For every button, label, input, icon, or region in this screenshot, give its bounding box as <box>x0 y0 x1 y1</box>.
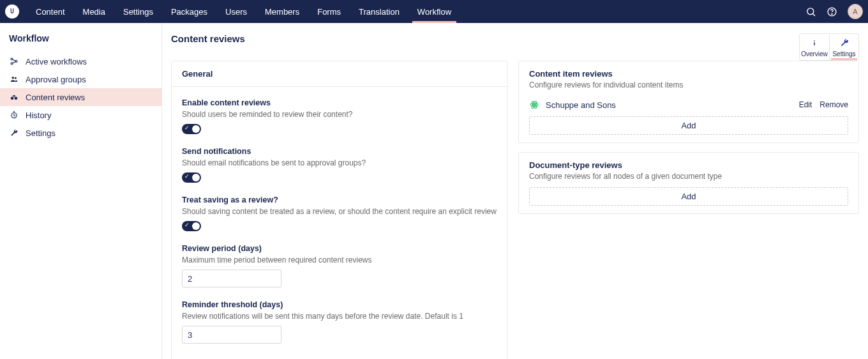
tab-label: Settings <box>832 50 855 57</box>
svg-point-11 <box>11 96 14 100</box>
enable-toggle[interactable] <box>182 124 201 134</box>
svg-line-1 <box>813 13 815 15</box>
general-heading: General <box>172 61 507 87</box>
add-doctype-button[interactable]: Add <box>529 187 848 206</box>
sidebar-title: Workflow <box>0 33 161 52</box>
sidebar-item-history[interactable]: History <box>0 106 161 124</box>
period-desc: Maximum time period between required con… <box>182 256 497 264</box>
svg-point-3 <box>832 13 832 14</box>
saving-label: Treat saving as a review? <box>182 195 497 204</box>
clock-icon <box>9 110 19 120</box>
users-icon <box>9 74 19 84</box>
binoculars-icon <box>9 92 19 102</box>
svg-point-9 <box>12 77 15 79</box>
enable-desc: Should users be reminded to review their… <box>182 110 497 119</box>
topnav-item-media[interactable]: Media <box>74 0 114 23</box>
search-icon[interactable] <box>805 6 816 17</box>
atom-icon <box>529 100 539 110</box>
svg-point-0 <box>807 8 814 14</box>
threshold-input[interactable] <box>182 326 281 344</box>
svg-rect-13 <box>13 95 15 96</box>
wrench-icon <box>839 38 849 49</box>
topnav-item-members[interactable]: Members <box>256 0 308 23</box>
content-item-row: Schuppe and Sons Edit Remove <box>529 96 848 114</box>
remove-button[interactable]: Remove <box>819 100 848 109</box>
share-icon <box>9 56 19 66</box>
svg-point-10 <box>15 77 17 79</box>
svg-line-8 <box>13 62 16 63</box>
doctype-title: Document-type reviews <box>529 160 848 170</box>
sidebar-item-approval-groups[interactable]: Approval groups <box>0 70 161 88</box>
sidebar-item-label: Settings <box>26 128 56 138</box>
period-input[interactable] <box>182 270 281 287</box>
topnav-item-settings[interactable]: Settings <box>114 0 162 23</box>
app-logo[interactable] <box>5 4 19 19</box>
sidebar-item-label: Approval groups <box>26 75 86 84</box>
topnav-item-translation[interactable]: Translation <box>350 0 408 23</box>
sidebar-item-content-reviews[interactable]: Content reviews <box>0 88 161 106</box>
sidebar-item-settings[interactable]: Settings <box>0 124 161 142</box>
sidebar-item-label: Active workflows <box>26 57 87 66</box>
topnav-item-forms[interactable]: Forms <box>308 0 350 23</box>
info-icon <box>809 38 819 49</box>
topnav-item-content[interactable]: Content <box>27 0 74 23</box>
avatar[interactable]: A <box>848 4 863 19</box>
sidebar-item-active-workflows[interactable]: Active workflows <box>0 52 161 70</box>
threshold-label: Reminder threshold (days) <box>182 300 497 309</box>
topnav-item-workflow[interactable]: Workflow <box>408 0 460 23</box>
doctype-desc: Configure reviews for all nodes of a giv… <box>529 172 848 181</box>
svg-point-12 <box>15 96 18 100</box>
wrench-icon <box>9 128 19 138</box>
sidebar-item-label: History <box>26 111 51 120</box>
saving-desc: Should saving content be treated as a re… <box>182 207 497 216</box>
saving-toggle[interactable] <box>182 221 201 231</box>
enable-label: Enable content reviews <box>182 98 497 107</box>
sidebar-item-label: Content reviews <box>26 93 85 102</box>
content-item-title: Content item reviews <box>529 69 848 79</box>
content-item-name: Schuppe and Sons <box>546 100 616 110</box>
page-title: Content reviews <box>171 33 245 44</box>
topnav-item-packages[interactable]: Packages <box>162 0 216 23</box>
add-content-item-button[interactable]: Add <box>529 116 848 135</box>
help-icon[interactable] <box>827 6 837 17</box>
tab-settings[interactable]: Settings <box>829 34 858 60</box>
svg-point-15 <box>534 104 535 106</box>
tab-label: Overview <box>801 50 828 57</box>
tab-overview[interactable]: Overview <box>800 34 829 60</box>
threshold-desc: Review notifications will be sent this m… <box>182 312 497 321</box>
notify-toggle[interactable] <box>182 172 201 183</box>
topnav-item-users[interactable]: Users <box>216 0 256 23</box>
edit-button[interactable]: Edit <box>799 100 812 109</box>
notify-desc: Should email notifications be sent to ap… <box>182 158 497 167</box>
period-label: Review period (days) <box>182 244 497 253</box>
notify-label: Send notifications <box>182 147 497 156</box>
svg-line-7 <box>13 59 16 61</box>
content-item-desc: Configure reviews for individual content… <box>529 80 848 89</box>
